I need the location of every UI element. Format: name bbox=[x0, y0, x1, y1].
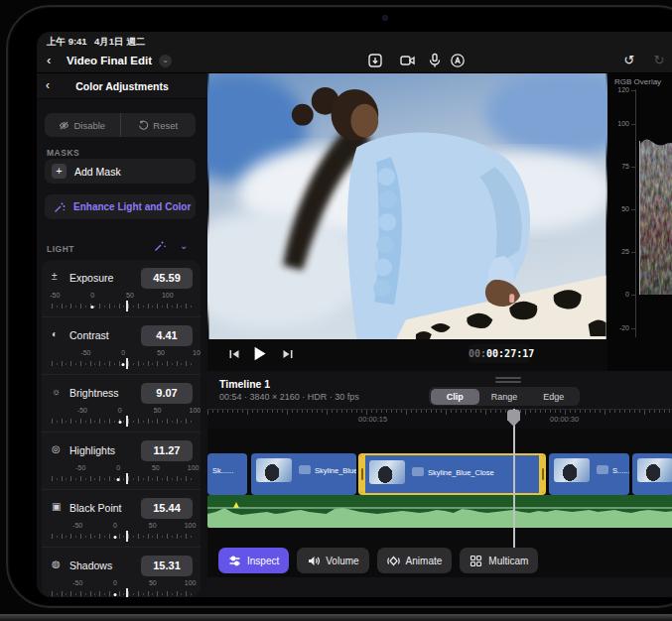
ruler-scale-label: 50 bbox=[149, 522, 157, 529]
light-collapse-icon[interactable]: ⌄ bbox=[180, 240, 188, 251]
clip-name: Sk...... bbox=[212, 466, 233, 475]
slider-value-field[interactable]: 45.59 bbox=[141, 268, 193, 289]
magic-wand-icon bbox=[54, 201, 66, 213]
tool-label: Volume bbox=[326, 556, 358, 566]
audio-track[interactable] bbox=[207, 495, 672, 528]
video-preview[interactable] bbox=[207, 73, 607, 339]
clip-partial[interactable] bbox=[632, 453, 672, 495]
ruler-scale-label: 50 bbox=[126, 292, 134, 299]
slider-ruler[interactable]: -50050100 bbox=[52, 407, 191, 429]
ruler-scale-label: 100 bbox=[185, 522, 197, 529]
timeline-grabber[interactable] bbox=[495, 377, 521, 379]
slider-label: Exposure bbox=[69, 272, 113, 284]
disable-reset-control: Disable Reset bbox=[45, 113, 196, 137]
multicam-icon bbox=[470, 555, 482, 567]
skip-forward-icon[interactable] bbox=[281, 347, 295, 361]
enhance-label: Enhance Light and Color bbox=[73, 201, 191, 212]
trim-handle-left[interactable] bbox=[358, 455, 365, 493]
ruler-scale-label: 0 bbox=[118, 407, 122, 414]
skip-back-icon[interactable] bbox=[227, 347, 241, 361]
eye-off-icon bbox=[59, 120, 69, 131]
clip-Sk......[interactable]: Sk...... bbox=[207, 453, 247, 495]
ruler-scale-label: 50 bbox=[149, 579, 157, 586]
redo-icon[interactable]: ↻ bbox=[652, 53, 666, 68]
slider-ruler[interactable]: -50050100 bbox=[52, 579, 191, 597]
trim-handle-right[interactable] bbox=[539, 455, 546, 493]
app-toolbar: ‹ Video Final Edit ⌄ ↺ ↻ bbox=[37, 50, 672, 73]
ruler-scale-label: 100 bbox=[185, 579, 197, 586]
slider-value-field[interactable]: 9.07 bbox=[141, 383, 193, 404]
slider-ruler[interactable]: -50050100 bbox=[52, 464, 191, 486]
undo-icon[interactable]: ↺ bbox=[622, 53, 636, 68]
brightness-icon: ☼ bbox=[52, 386, 61, 397]
mode-clip[interactable]: Clip bbox=[431, 389, 480, 405]
clip-Skyline_Blue_Wide[interactable]: Skyline_Blue_Wide bbox=[251, 453, 356, 495]
plus-minus-icon: ± bbox=[52, 271, 58, 282]
slider-value-field[interactable]: 4.41 bbox=[141, 325, 193, 346]
zero-dot bbox=[117, 478, 120, 481]
reset-icon bbox=[138, 120, 149, 131]
slider-value-field[interactable]: 11.27 bbox=[141, 440, 193, 461]
disable-button[interactable]: Disable bbox=[45, 113, 121, 137]
clip-name: Skyline_Blue_Close bbox=[428, 468, 494, 477]
slider-ruler[interactable]: -50050100 bbox=[52, 522, 191, 544]
slider-label: Black Point bbox=[69, 502, 122, 514]
slider-ruler[interactable]: -50050100 bbox=[52, 349, 191, 371]
clip-Skyline_Blue_Close[interactable]: Skyline_Blue_Close bbox=[358, 453, 546, 495]
status-date: 4月1日 週二 bbox=[94, 36, 145, 49]
clip-S......[interactable]: S...... bbox=[549, 453, 629, 495]
slider-brightness: ☼Brightness9.07-50050100 bbox=[42, 375, 201, 433]
chevron-down-icon[interactable]: ⌄ bbox=[159, 55, 172, 67]
clip-thumbnail bbox=[637, 458, 672, 482]
enhance-light-color-button[interactable]: Enhance Light and Color bbox=[45, 194, 196, 219]
play-icon[interactable] bbox=[251, 345, 268, 362]
shadows-icon: ◍ bbox=[52, 559, 61, 569]
ruler-scale-label: -50 bbox=[72, 579, 82, 586]
slider-value-field[interactable]: 15.44 bbox=[141, 498, 193, 519]
timeline-title: Timeline 1 bbox=[219, 378, 270, 390]
slider-value-field[interactable]: 15.31 bbox=[141, 556, 193, 576]
media-icon bbox=[299, 465, 311, 474]
timecode-hours: 00: bbox=[469, 348, 486, 359]
clip-thumbnail bbox=[256, 458, 292, 482]
light-sliders: ±Exposure45.59-50050100◐Contrast4.41-500… bbox=[42, 260, 201, 597]
microphone-icon[interactable] bbox=[426, 53, 444, 68]
add-mask-button[interactable]: + Add Mask bbox=[45, 159, 196, 184]
slider-label: Contrast bbox=[69, 329, 109, 341]
timeline-ruler[interactable]: 00:00:1500:00:30 bbox=[207, 409, 672, 429]
back-icon[interactable]: ‹ bbox=[47, 53, 51, 67]
ruler-scale-label: 50 bbox=[154, 407, 162, 414]
mode-range[interactable]: Range bbox=[479, 389, 529, 405]
ipad-device: 上午 9:41 4月1日 週二 ‹ Video Final Edit ⌄ ↺ ↻ bbox=[6, 5, 672, 608]
volume-icon bbox=[307, 555, 320, 567]
zero-dot bbox=[113, 536, 116, 539]
project-title[interactable]: Video Final Edit bbox=[67, 55, 152, 66]
pencil-tool-icon[interactable] bbox=[449, 53, 467, 68]
reset-button[interactable]: Reset bbox=[121, 113, 197, 137]
ruler-scale-label: 100 bbox=[162, 292, 174, 299]
slider-label: Highlights bbox=[69, 444, 115, 456]
mode-edge[interactable]: Edge bbox=[529, 389, 579, 405]
reset-label: Reset bbox=[153, 120, 178, 131]
rgb-overlay-scope: RGB Overlay 1201007550250-20 bbox=[607, 73, 672, 371]
ruler-scale-label: -50 bbox=[72, 522, 82, 529]
playhead[interactable] bbox=[513, 409, 515, 570]
scope-tick-label: 25 bbox=[609, 248, 629, 255]
camera-icon[interactable] bbox=[399, 53, 417, 68]
inspect-icon bbox=[228, 555, 241, 567]
import-icon[interactable] bbox=[366, 53, 384, 68]
ruler-scale-label: -50 bbox=[80, 349, 90, 356]
auto-light-icon[interactable] bbox=[154, 240, 166, 252]
inspect-button[interactable]: Inspect bbox=[218, 548, 289, 573]
slider-ruler[interactable]: -50050100 bbox=[52, 292, 191, 313]
value-marker bbox=[126, 358, 128, 369]
timecode-display: 00:00:27:17 bbox=[469, 344, 530, 363]
multicam-button[interactable]: Multicam bbox=[460, 548, 538, 573]
ruler-scale-label: 50 bbox=[152, 464, 160, 471]
animate-button[interactable]: Animate bbox=[377, 548, 453, 573]
volume-button[interactable]: Volume bbox=[297, 548, 368, 573]
highlights-icon: ◎ bbox=[52, 443, 61, 454]
slider-label: Shadows bbox=[69, 559, 112, 571]
black-point-icon: ▣ bbox=[52, 501, 61, 512]
tool-label: Inspect bbox=[247, 556, 279, 566]
